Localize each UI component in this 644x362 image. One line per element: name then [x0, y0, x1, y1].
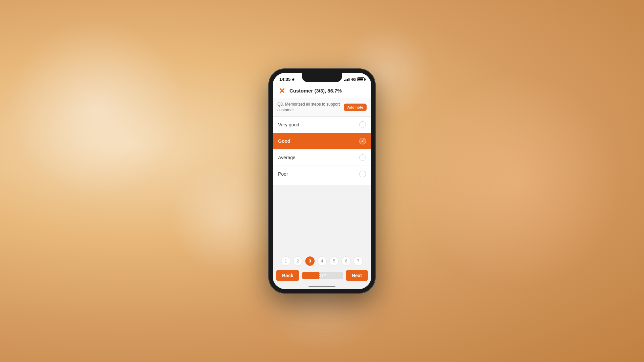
option-good-radio: ✓ [359, 138, 366, 144]
battery-icon [357, 77, 365, 81]
phone-shell: 14:35 4G [269, 69, 375, 293]
signal-icon [344, 77, 350, 81]
close-icon [279, 87, 285, 94]
location-icon [291, 78, 295, 81]
progress-label: 3 / 7 [319, 274, 326, 278]
option-poor-radio [359, 171, 366, 177]
page-dot-6[interactable]: 6 [341, 256, 351, 266]
option-very-poor[interactable]: Very poor [273, 182, 371, 185]
network-label: 4G [351, 77, 356, 81]
option-very-good-radio [359, 121, 366, 128]
option-good-label: Good [278, 138, 290, 144]
question-text: Q3. Memorized all steps to support custo… [277, 102, 341, 113]
add-note-button[interactable]: Add note [344, 104, 367, 111]
page-dot-5[interactable]: 5 [329, 256, 339, 266]
header-title: Customer (3/3), 86.7% [289, 88, 342, 94]
question-banner: Q3. Memorized all steps to support custo… [273, 98, 371, 117]
option-very-good[interactable]: Very good [273, 117, 371, 133]
progress-bar: 3 / 7 [302, 272, 343, 279]
option-very-good-label: Very good [278, 122, 299, 127]
pagination: 1 2 3 4 5 6 7 [273, 253, 371, 268]
page-dot-2[interactable]: 2 [293, 256, 303, 266]
status-bar: 14:35 4G [273, 73, 371, 84]
option-poor-label: Poor [278, 171, 288, 177]
app-header: Customer (3/3), 86.7% [273, 84, 371, 98]
status-icons: 4G [344, 77, 365, 81]
status-time: 14:35 [279, 77, 295, 82]
home-indicator [309, 286, 335, 287]
page-dot-4[interactable]: 4 [317, 256, 327, 266]
phone-screen: 14:35 4G [273, 73, 371, 289]
bottom-navigation: Back 3 / 7 Next [273, 268, 371, 285]
option-poor[interactable]: Poor [273, 166, 371, 182]
options-list: Very good Good ✓ Average Poor Very poor [273, 117, 371, 185]
progress-bar-fill [302, 272, 320, 279]
close-button[interactable] [278, 86, 286, 95]
page-dot-1[interactable]: 1 [281, 256, 290, 266]
page-dot-7[interactable]: 7 [354, 256, 363, 266]
page-dot-3[interactable]: 3 [305, 256, 315, 266]
option-average[interactable]: Average [273, 149, 371, 166]
option-average-radio [359, 154, 366, 161]
option-average-label: Average [278, 155, 296, 160]
next-button[interactable]: Next [346, 270, 368, 281]
option-good[interactable]: Good ✓ [273, 133, 371, 149]
checkmark-icon: ✓ [361, 139, 365, 143]
content-spacer [273, 185, 371, 253]
notch [302, 73, 342, 82]
back-button[interactable]: Back [276, 270, 299, 281]
